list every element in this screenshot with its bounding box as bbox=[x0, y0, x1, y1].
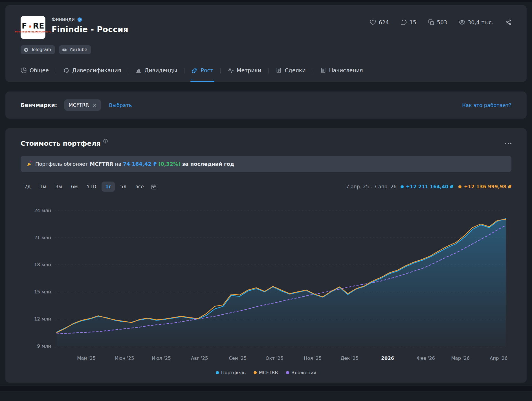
youtube-icon bbox=[62, 47, 67, 52]
tab-general-label: Общее bbox=[30, 67, 49, 73]
stat-copies[interactable]: 503 bbox=[428, 19, 447, 25]
tab-metrics[interactable]: Метрики bbox=[228, 67, 261, 82]
tab-deals[interactable]: Сделки bbox=[276, 67, 305, 82]
outperformance-banner: Портфель обгоняет MCFTRR на 74 164,42 ₽ … bbox=[21, 156, 511, 172]
tab-accruals[interactable]: Начисления bbox=[320, 67, 363, 82]
stat-views[interactable]: 30,4 тыс. bbox=[459, 19, 493, 25]
tab-growth-label: Рост bbox=[201, 67, 213, 73]
portfolio-dot-icon bbox=[401, 185, 404, 188]
svg-text:18 млн: 18 млн bbox=[34, 262, 51, 267]
profile-names: Фининди Finindie - Россия bbox=[52, 16, 128, 34]
document-icon bbox=[276, 67, 282, 73]
portfolio-value-card: Стоимость портфеля Портфель обгоняет MCF… bbox=[5, 128, 527, 383]
range-3m[interactable]: 3м bbox=[52, 182, 66, 192]
tab-accruals-label: Начисления bbox=[329, 67, 363, 73]
bars-icon bbox=[135, 67, 142, 73]
range-all[interactable]: все bbox=[132, 182, 148, 192]
eye-icon bbox=[459, 19, 465, 25]
range-summary: 7 апр. 25 - 7 апр. 26 +12 211 164,40 ₽+1… bbox=[346, 184, 511, 189]
tag-youtube[interactable]: YouTube bbox=[59, 45, 91, 54]
range-5y[interactable]: 5л bbox=[116, 182, 130, 192]
donut-icon bbox=[63, 67, 69, 73]
header-top-row: F RE ФИНАНСОВАЯ НЕЗАВИСИМОСТЬ Фининди Fi… bbox=[21, 16, 511, 39]
how-it-works-link[interactable]: Как это работает? bbox=[462, 102, 511, 108]
tab-growth[interactable]: Рост bbox=[192, 67, 213, 82]
banner-percent: (0,32%) bbox=[158, 161, 181, 167]
range-6m[interactable]: 6м bbox=[67, 182, 82, 192]
svg-text:12 млн: 12 млн bbox=[34, 316, 51, 322]
benchmarks-label: Бенчмарки: bbox=[21, 102, 57, 108]
activity-icon bbox=[228, 67, 234, 73]
org-name: Фининди bbox=[52, 17, 75, 22]
banner-text-2: на bbox=[115, 161, 121, 167]
benchmark-dot-icon bbox=[458, 185, 461, 188]
section-tabs: ОбщееДиверсификацияДивидендыРостМетрикиС… bbox=[21, 67, 511, 82]
tab-diversification[interactable]: Диверсификация bbox=[63, 67, 121, 82]
chart-legend: ПортфельMCFTRRВложения bbox=[21, 370, 511, 375]
portfolio-chart-svg[interactable]: 24 млн21 млн18 млн15 млн12 млн9 млнМай '… bbox=[21, 199, 511, 369]
legend-mcftrr[interactable]: MCFTRR bbox=[254, 370, 278, 375]
svg-text:Июн '25: Июн '25 bbox=[115, 356, 134, 361]
range-1m[interactable]: 1м bbox=[36, 182, 50, 192]
tag-telegram[interactable]: Telegram bbox=[21, 45, 55, 54]
calendar-icon[interactable] bbox=[151, 184, 157, 190]
tab-diversification-label: Диверсификация bbox=[72, 67, 121, 73]
tab-separator bbox=[128, 68, 128, 73]
benchmark-bar: Бенчмарки: MCFTRR × Выбрать Как это рабо… bbox=[5, 91, 527, 119]
social-tags: TelegramYouTube bbox=[21, 45, 511, 54]
legend-dot-icon bbox=[286, 371, 289, 374]
tab-general[interactable]: Общее bbox=[21, 67, 49, 82]
svg-text:15 млн: 15 млн bbox=[34, 289, 51, 295]
delta-portfolio: +12 211 164,40 ₽ bbox=[401, 184, 454, 189]
benchmark-chip-mcftrr[interactable]: MCFTRR × bbox=[64, 99, 101, 111]
share-button[interactable] bbox=[505, 16, 511, 25]
range-ytd[interactable]: YTD bbox=[83, 182, 100, 192]
legend-label: Портфель bbox=[221, 370, 246, 375]
range-1y[interactable]: 1г bbox=[102, 182, 115, 192]
fire-logo-text: F RE bbox=[22, 22, 44, 30]
svg-text:21 млн: 21 млн bbox=[34, 235, 51, 240]
portfolio-logo: F RE ФИНАНСОВАЯ НЕЗАВИСИМОСТЬ bbox=[21, 16, 45, 39]
legend-вложения[interactable]: Вложения bbox=[286, 370, 316, 375]
banner-benchmark: MCFTRR bbox=[90, 161, 113, 167]
profile-header-card: F RE ФИНАНСОВАЯ НЕЗАВИСИМОСТЬ Фининди Fi… bbox=[5, 5, 527, 82]
card-menu-button[interactable] bbox=[505, 140, 512, 144]
top-strip bbox=[0, 0, 532, 2]
legend-портфель[interactable]: Портфель bbox=[216, 370, 246, 375]
select-benchmark-link[interactable]: Выбрать bbox=[109, 102, 132, 108]
banner-text-1: Портфель обгоняет bbox=[35, 161, 88, 167]
party-popper-icon bbox=[27, 161, 35, 167]
legend-dot-icon bbox=[216, 371, 219, 374]
tab-dividends-label: Дивиденды bbox=[144, 67, 177, 73]
tab-separator bbox=[56, 68, 56, 73]
svg-text:Дек '25: Дек '25 bbox=[340, 356, 359, 361]
range-7d[interactable]: 7д bbox=[21, 182, 34, 192]
chart-title: Стоимость портфеля bbox=[21, 140, 101, 147]
legend-label: MCFTRR bbox=[259, 370, 278, 375]
svg-text:Сен '25: Сен '25 bbox=[229, 356, 247, 361]
document-icon bbox=[320, 67, 326, 73]
benchmark-chip-label: MCFTRR bbox=[69, 102, 89, 108]
stat-comments[interactable]: 15 bbox=[401, 19, 416, 25]
pie-icon bbox=[21, 67, 27, 73]
svg-text:Июл '25: Июл '25 bbox=[152, 356, 171, 361]
copy-icon bbox=[428, 19, 434, 25]
tag-telegram-label: Telegram bbox=[31, 47, 51, 52]
svg-text:2026: 2026 bbox=[381, 356, 394, 361]
tab-dividends[interactable]: Дивиденды bbox=[135, 67, 177, 82]
flame-icon bbox=[27, 22, 33, 29]
svg-text:Апр '26: Апр '26 bbox=[490, 356, 507, 361]
remove-benchmark-icon[interactable]: × bbox=[92, 103, 97, 108]
delta-benchmark-value: +12 136 999,98 ₽ bbox=[464, 184, 511, 189]
banner-amount: 74 164,42 ₽ bbox=[123, 161, 157, 167]
help-circle-icon[interactable] bbox=[103, 139, 108, 144]
tab-separator bbox=[184, 68, 184, 73]
delta-list: +12 211 164,40 ₽+12 136 999,98 ₽ bbox=[401, 184, 511, 189]
logo-letter-f: F bbox=[22, 22, 27, 30]
time-range-selector: 7д1м3м6мYTD1г5лвсе bbox=[21, 182, 148, 192]
legend-label: Вложения bbox=[291, 370, 316, 375]
svg-text:Авг '25: Авг '25 bbox=[191, 356, 208, 361]
svg-text:9 млн: 9 млн bbox=[37, 343, 51, 349]
stat-likes[interactable]: 624 bbox=[370, 19, 389, 25]
header-stats: 6241550330,4 тыс. bbox=[370, 16, 493, 25]
